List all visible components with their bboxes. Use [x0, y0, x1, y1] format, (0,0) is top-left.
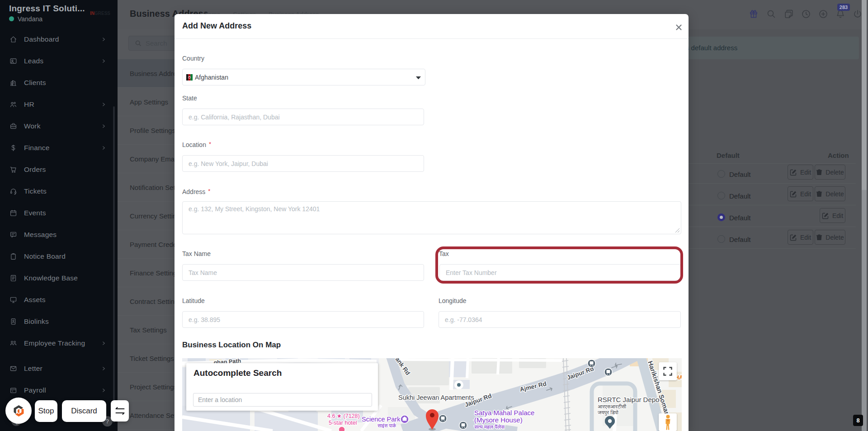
svg-text:(Mysore House): (Mysore House): [474, 416, 523, 424]
svg-text:साइंस पार्क: साइंस पार्क: [377, 423, 396, 428]
svg-text:RSRTC Jaipur Depot: RSRTC Jaipur Depot: [598, 396, 661, 403]
svg-text:4.6 ★ (7128): 4.6 ★ (7128): [327, 413, 360, 419]
svg-text:Satya Mahal Palace: Satya Mahal Palace: [474, 409, 534, 417]
svg-text:Sukhi Jeewan Apartments: Sukhi Jeewan Apartments: [398, 394, 474, 401]
svg-text:आरएसआरटीसी: आरएसआरटीसी: [598, 404, 626, 409]
svg-text:Science Park: Science Park: [362, 416, 401, 423]
svg-text:5-star hotel: 5-star hotel: [329, 420, 357, 426]
svg-text:जयपुर डिपो: जयपुर डिपो: [597, 409, 618, 416]
svg-text:सत्य महल पैलेस: सत्य महल पैलेस: [474, 424, 505, 430]
